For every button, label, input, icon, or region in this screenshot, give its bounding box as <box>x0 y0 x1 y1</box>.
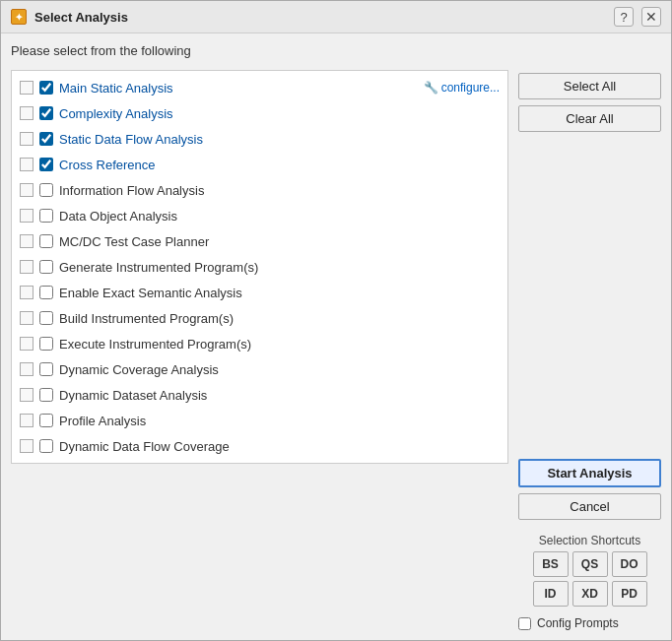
help-button[interactable]: ? <box>614 7 634 27</box>
title-bar: ✦ Select Analysis ? ✕ <box>1 1 671 33</box>
outer-checkbox-static-data-flow[interactable] <box>20 132 34 146</box>
shortcut-btn-do[interactable]: DO <box>612 551 647 577</box>
analysis-item-dynamic-coverage: Dynamic Coverage Analysis <box>12 356 507 382</box>
dialog-body: Please select from the following Main St… <box>1 33 671 640</box>
analysis-item-data-object: Data Object Analysis <box>12 203 507 228</box>
label-exact-semantic: Enable Exact Semantic Analysis <box>59 286 242 300</box>
analysis-item-exact-semantic: Enable Exact Semantic Analysis <box>12 280 507 305</box>
outer-checkbox-build-instrumented[interactable] <box>20 311 34 325</box>
shortcuts-section: Selection Shortcuts BSQSDO IDXDPD <box>518 534 661 607</box>
close-button[interactable]: ✕ <box>641 7 661 27</box>
label-main-static: Main Static Analysis <box>59 81 173 96</box>
analysis-item-main-static: Main Static Analysis🔧configure... <box>12 75 507 100</box>
analysis-item-generate-instrumented: Generate Instrumented Program(s) <box>12 254 507 280</box>
shortcut-btn-xd[interactable]: XD <box>572 581 608 607</box>
label-information-flow: Information Flow Analysis <box>59 183 204 198</box>
analysis-item-mcdc: MC/DC Test Case Planner <box>12 228 507 254</box>
checkbox-profile[interactable] <box>39 414 53 427</box>
shortcuts-row-2: IDXDPD <box>518 581 661 607</box>
label-dynamic-dataset: Dynamic Dataset Analysis <box>59 388 207 403</box>
outer-checkbox-exact-semantic[interactable] <box>20 286 34 299</box>
checkbox-static-data-flow[interactable] <box>39 132 53 146</box>
shortcuts-row-1: BSQSDO <box>518 551 661 577</box>
analysis-item-dynamic-dataset: Dynamic Dataset Analysis <box>12 382 507 408</box>
shortcut-btn-qs[interactable]: QS <box>572 551 608 577</box>
label-generate-instrumented: Generate Instrumented Program(s) <box>59 260 258 275</box>
analysis-item-complexity: Complexity Analysis <box>12 100 507 126</box>
checkbox-dynamic-coverage[interactable] <box>39 362 53 376</box>
outer-checkbox-dynamic-coverage[interactable] <box>20 362 34 376</box>
analysis-item-information-flow: Information Flow Analysis <box>12 177 507 203</box>
checkbox-generate-instrumented[interactable] <box>39 260 53 274</box>
wrench-icon: 🔧 <box>424 81 438 95</box>
outer-checkbox-main-static[interactable] <box>20 81 34 95</box>
checkbox-main-static[interactable] <box>39 81 53 95</box>
outer-checkbox-information-flow[interactable] <box>20 183 34 197</box>
label-profile: Profile Analysis <box>59 414 146 428</box>
right-panel: Select All Clear All Start Analysis Canc… <box>518 43 661 630</box>
outer-checkbox-dynamic-dataset[interactable] <box>20 388 34 402</box>
clear-all-button[interactable]: Clear All <box>518 105 661 132</box>
analysis-item-static-data-flow: Static Data Flow Analysis <box>12 126 507 152</box>
analysis-item-build-instrumented: Build Instrumented Program(s) <box>12 305 507 331</box>
outer-checkbox-data-object[interactable] <box>20 209 34 223</box>
checkbox-information-flow[interactable] <box>39 183 53 197</box>
outer-checkbox-complexity[interactable] <box>20 106 34 120</box>
label-execute-instrumented: Execute Instrumented Program(s) <box>59 337 251 352</box>
analysis-list: Main Static Analysis🔧configure...Complex… <box>11 70 508 464</box>
start-analysis-button[interactable]: Start Analysis <box>518 459 661 487</box>
label-build-instrumented: Build Instrumented Program(s) <box>59 311 234 326</box>
analysis-item-profile: Profile Analysis <box>12 408 507 433</box>
checkbox-complexity[interactable] <box>39 106 53 120</box>
outer-checkbox-execute-instrumented[interactable] <box>20 337 34 351</box>
outer-checkbox-mcdc[interactable] <box>20 234 34 248</box>
config-prompts-label: Config Prompts <box>537 616 619 630</box>
label-dynamic-data-flow: Dynamic Data Flow Coverage <box>59 439 230 454</box>
analysis-item-cross-reference: Cross Reference <box>12 152 507 177</box>
label-dynamic-coverage: Dynamic Coverage Analysis <box>59 362 219 377</box>
checkbox-dynamic-data-flow[interactable] <box>39 439 53 453</box>
checkbox-exact-semantic[interactable] <box>39 286 53 299</box>
dialog-title: Select Analysis <box>34 10 606 25</box>
configure-link-text: configure... <box>441 81 500 95</box>
instruction-text: Please select from the following <box>11 43 508 58</box>
select-all-button[interactable]: Select All <box>518 73 661 99</box>
checkbox-data-object[interactable] <box>39 209 53 223</box>
shortcut-btn-pd[interactable]: PD <box>612 581 647 607</box>
checkbox-dynamic-dataset[interactable] <box>39 388 53 402</box>
select-analysis-dialog: ✦ Select Analysis ? ✕ Please select from… <box>0 0 672 641</box>
checkbox-execute-instrumented[interactable] <box>39 337 53 351</box>
cancel-button[interactable]: Cancel <box>518 493 661 520</box>
shortcut-btn-id[interactable]: ID <box>533 581 569 607</box>
label-cross-reference: Cross Reference <box>59 158 156 172</box>
config-prompts-row: Config Prompts <box>518 616 661 630</box>
outer-checkbox-profile[interactable] <box>20 414 34 427</box>
outer-checkbox-generate-instrumented[interactable] <box>20 260 34 274</box>
checkbox-cross-reference[interactable] <box>39 158 53 171</box>
label-mcdc: MC/DC Test Case Planner <box>59 234 209 249</box>
checkbox-mcdc[interactable] <box>39 234 53 248</box>
label-data-object: Data Object Analysis <box>59 209 177 224</box>
label-static-data-flow: Static Data Flow Analysis <box>59 132 203 147</box>
configure-link-main-static[interactable]: 🔧configure... <box>424 81 500 95</box>
shortcuts-label: Selection Shortcuts <box>518 534 661 547</box>
dialog-icon: ✦ <box>11 9 27 25</box>
analysis-item-execute-instrumented: Execute Instrumented Program(s) <box>12 331 507 356</box>
outer-checkbox-cross-reference[interactable] <box>20 158 34 171</box>
config-prompts-checkbox[interactable] <box>518 617 531 630</box>
left-panel: Please select from the following Main St… <box>11 43 508 630</box>
analysis-item-dynamic-data-flow: Dynamic Data Flow Coverage <box>12 433 507 459</box>
outer-checkbox-dynamic-data-flow[interactable] <box>20 439 34 453</box>
checkbox-build-instrumented[interactable] <box>39 311 53 325</box>
shortcut-btn-bs[interactable]: BS <box>533 551 569 577</box>
label-complexity: Complexity Analysis <box>59 106 173 121</box>
